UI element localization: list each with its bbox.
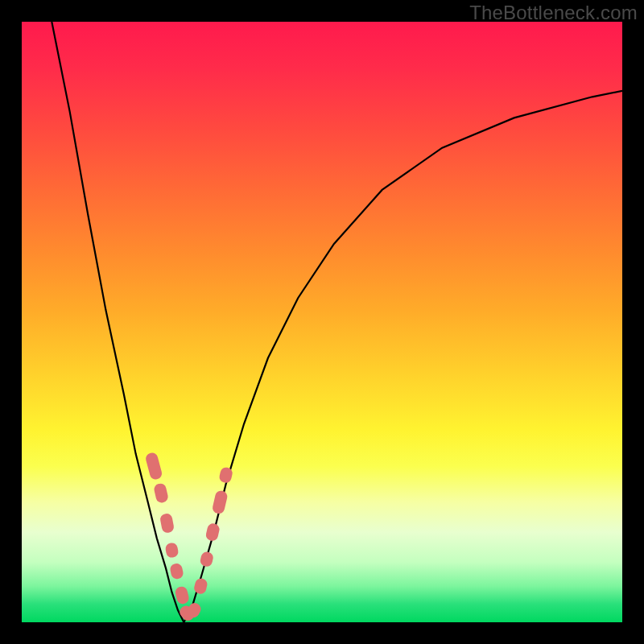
curve-marker: [200, 551, 215, 568]
watermark-text: TheBottleneck.com: [469, 2, 638, 24]
chart-plot-area: [22, 22, 622, 622]
curve-marker: [193, 577, 208, 595]
curve-marker: [212, 489, 229, 514]
curve-marker: [174, 585, 190, 605]
curve-marker: [153, 482, 169, 503]
curve-marker: [164, 542, 179, 559]
curve-marker: [159, 513, 175, 534]
curve-overlay: [22, 22, 622, 622]
left-bottleneck-curve: [52, 22, 184, 622]
curve-marker: [204, 522, 220, 542]
right-bottleneck-curve: [184, 91, 622, 622]
marker-group: [145, 452, 233, 622]
curve-marker: [169, 563, 184, 580]
curve-marker: [145, 452, 163, 481]
